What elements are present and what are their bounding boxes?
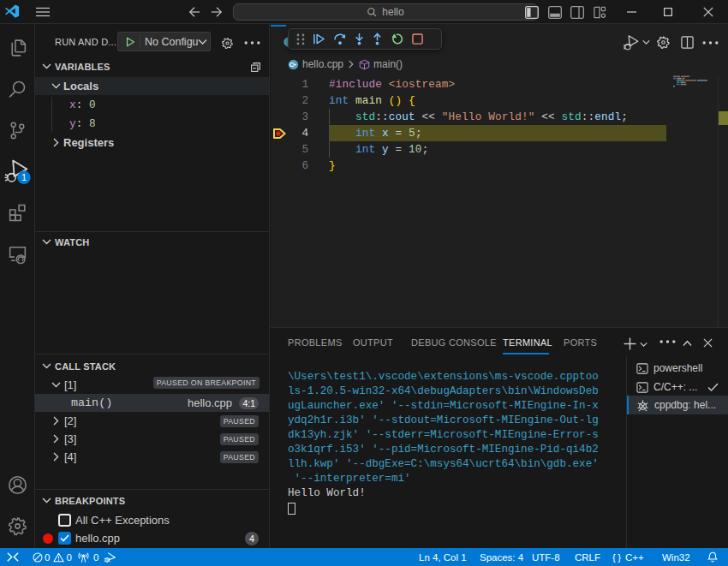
svg-text:1: 1	[21, 172, 27, 182]
